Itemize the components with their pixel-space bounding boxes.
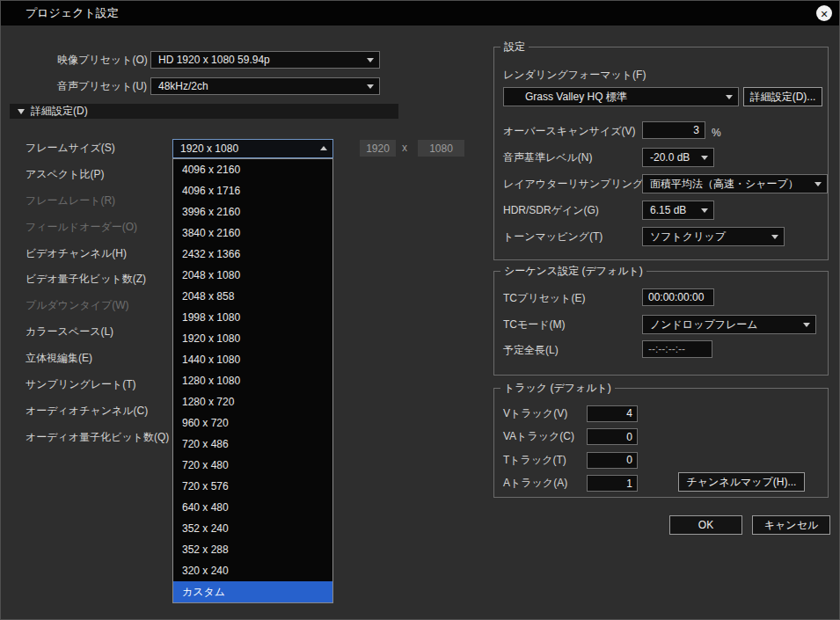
frame-size-option[interactable]: 4096 x 2160: [173, 159, 332, 180]
resampling-select[interactable]: 面積平均法（高速・シャープ）: [642, 174, 828, 193]
track-row: Aトラック(A)1: [503, 472, 705, 496]
frame-size-option[interactable]: 640 x 480: [173, 497, 332, 518]
tone-mapping-label: トーンマッピング(T): [503, 229, 603, 245]
track-count-input[interactable]: 0: [587, 428, 638, 445]
frame-size-option[interactable]: 3840 x 2160: [173, 222, 332, 244]
chevron-down-icon: [814, 182, 822, 186]
track-row: VAトラック(C)0: [503, 426, 705, 449]
frame-size-option[interactable]: 4096 x 1716: [173, 180, 332, 201]
frame-size-option[interactable]: 352 x 288: [173, 539, 332, 560]
frame-size-option[interactable]: 3996 x 2160: [173, 201, 332, 222]
left-field-labels: フレームサイズ(S)アスペクト比(P)フレームレート(R)フィールドオーダー(O…: [26, 139, 171, 455]
chevron-down-icon: [367, 58, 374, 62]
track-row: Tトラック(T)0: [503, 449, 705, 472]
advanced-settings-label: 詳細設定(D): [31, 104, 88, 119]
channel-map-button[interactable]: チャンネルマップ(H)...: [678, 472, 805, 492]
field-label: 立体視編集(E): [26, 349, 171, 376]
frame-size-option[interactable]: 352 x 240: [173, 518, 332, 539]
track-count-input[interactable]: 1: [587, 475, 638, 492]
frame-size-option[interactable]: 1280 x 720: [173, 391, 332, 412]
audio-preset-select[interactable]: 48kHz/2ch: [150, 77, 380, 95]
settings-group-title: 設定: [500, 40, 529, 54]
advanced-settings-expander[interactable]: 詳細設定(D): [10, 104, 398, 119]
frame-size-option[interactable]: 2432 x 1366: [173, 244, 332, 265]
cancel-button[interactable]: キャンセル: [752, 515, 830, 535]
rendering-detail-button[interactable]: 詳細設定(D)...: [743, 87, 822, 106]
track-count-input[interactable]: 0: [587, 452, 638, 469]
tc-preset-label: TCプリセット(E): [503, 290, 585, 307]
field-label: ビデオ量子化ビット数(Z): [26, 270, 171, 296]
field-label: フィールドオーダー(O): [26, 218, 171, 244]
frame-size-option-custom[interactable]: カスタム: [173, 581, 332, 602]
track-row: Vトラック(V)4: [503, 402, 705, 426]
chevron-down-icon: [367, 84, 374, 89]
video-preset-label: 映像プリセット(O): [57, 52, 148, 69]
frame-size-option[interactable]: 1920 x 1080: [173, 328, 332, 349]
rendering-format-label: レンダリングフォーマット(F): [503, 67, 646, 84]
frame-size-option[interactable]: 320 x 240: [173, 560, 332, 581]
track-group: トラック (デフォルト) Vトラック(V)4VAトラック(C)0Tトラック(T)…: [493, 388, 829, 498]
field-label: アスペクト比(P): [26, 165, 171, 192]
chevron-down-icon: [701, 208, 708, 213]
field-label: フレームサイズ(S): [26, 139, 171, 165]
frame-size-dropdown-list: 4096 x 21604096 x 17163996 x 21603840 x …: [172, 158, 333, 603]
track-label: Vトラック(V): [503, 406, 587, 421]
channel-map-button-label: チャンネルマップ(H)...: [687, 475, 797, 490]
audio-preset-value: 48kHz/2ch: [158, 80, 208, 92]
triangle-down-icon: [18, 109, 25, 114]
overscan-input[interactable]: 3: [642, 121, 705, 139]
frame-size-option[interactable]: 1998 x 1080: [173, 307, 332, 328]
cancel-button-label: キャンセル: [764, 518, 818, 533]
frame-size-option[interactable]: 720 x 480: [173, 455, 332, 476]
tc-mode-label: TCモード(M): [503, 317, 566, 333]
frame-height-value: 1080: [429, 142, 453, 155]
sequence-group-title: シーケンス設定 (デフォルト): [500, 265, 646, 278]
frame-size-select[interactable]: 1920 x 1080: [172, 139, 333, 158]
audio-preset-label: 音声プリセット(U): [57, 78, 147, 95]
chevron-down-icon: [726, 95, 733, 99]
video-preset-select[interactable]: HD 1920 x 1080 59.94p: [150, 51, 380, 69]
frame-size-option[interactable]: 960 x 720: [173, 412, 332, 434]
hdr-sdr-gain-select[interactable]: 6.15 dB: [642, 201, 714, 220]
chevron-up-icon: [320, 146, 327, 150]
duration-input[interactable]: --:--:--:--: [642, 340, 712, 358]
ok-button[interactable]: OK: [669, 515, 742, 535]
frame-size-option[interactable]: 720 x 486: [173, 434, 332, 455]
window-title: プロジェクト設定: [1, 5, 119, 21]
size-separator: x: [402, 142, 407, 154]
titlebar[interactable]: プロジェクト設定: [1, 1, 839, 26]
track-label: VAトラック(C): [503, 429, 587, 444]
close-icon: [820, 5, 828, 21]
sequence-group: シーケンス設定 (デフォルト) TCプリセット(E) 00:00:00:00 T…: [493, 271, 829, 376]
frame-size-option[interactable]: 1440 x 1080: [173, 349, 332, 370]
frame-size-option[interactable]: 2048 x 858: [173, 286, 332, 307]
frame-size-option[interactable]: 1280 x 1080: [173, 370, 332, 391]
duration-label: 予定全長(L): [503, 342, 559, 359]
resampling-value: 面積平均法（高速・シャープ）: [650, 177, 799, 192]
track-rows: Vトラック(V)4VAトラック(C)0Tトラック(T)0Aトラック(A)1: [503, 402, 705, 495]
tc-mode-select[interactable]: ノンドロップフレーム: [642, 315, 816, 334]
project-settings-dialog: プロジェクト設定 映像プリセット(O) HD 1920 x 1080 59.94…: [0, 0, 840, 620]
frame-width-value: 1920: [366, 142, 390, 155]
field-label: フレームレート(R): [26, 192, 171, 218]
close-button[interactable]: [816, 5, 832, 21]
ok-button-label: OK: [698, 519, 713, 531]
audio-reference-select[interactable]: -20.0 dB: [642, 148, 714, 167]
track-group-title: トラック (デフォルト): [500, 382, 615, 395]
field-label: ビデオチャンネル(H): [26, 244, 171, 271]
field-label: オーディオチャンネル(C): [26, 402, 171, 428]
audio-reference-value: -20.0 dB: [650, 151, 690, 164]
tc-preset-input[interactable]: 00:00:00:00: [642, 288, 714, 306]
frame-size-option[interactable]: 2048 x 1080: [173, 265, 332, 286]
tone-mapping-select[interactable]: ソフトクリップ: [642, 227, 785, 246]
rendering-detail-button-label: 詳細設定(D)...: [750, 90, 816, 105]
overscan-unit: %: [712, 125, 721, 142]
chevron-down-icon: [771, 235, 778, 239]
field-label: プルダウンタイプ(W): [26, 296, 171, 323]
rendering-format-select[interactable]: Grass Valley HQ 標準: [503, 87, 739, 106]
audio-reference-label: 音声基準レベル(N): [503, 150, 593, 166]
track-count-input[interactable]: 4: [587, 405, 638, 422]
video-preset-value: HD 1920 x 1080 59.94p: [158, 54, 270, 66]
frame-size-option[interactable]: 720 x 576: [173, 476, 332, 497]
tc-mode-value: ノンドロップフレーム: [650, 317, 758, 332]
